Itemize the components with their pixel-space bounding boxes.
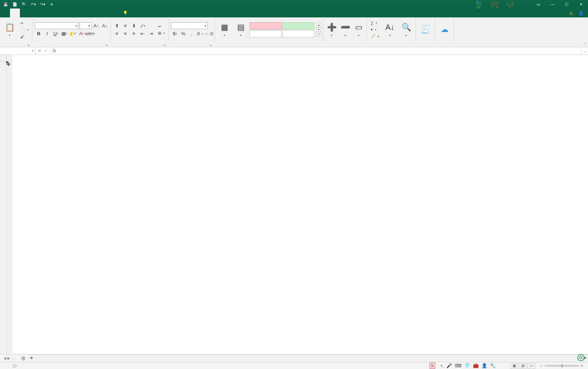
number-format-combo[interactable] xyxy=(171,22,208,29)
style-bad[interactable] xyxy=(250,22,282,29)
find-select-button[interactable]: 🔍 xyxy=(399,19,414,41)
invoice-check-button[interactable]: 🧾 xyxy=(418,19,433,41)
ime-skin-icon[interactable]: 👕 xyxy=(464,363,470,368)
undo-icon[interactable]: ↶▾ xyxy=(31,1,36,7)
italic-button[interactable]: I xyxy=(43,30,51,37)
cut-button[interactable]: ✂ xyxy=(18,20,31,26)
increase-indent-icon[interactable]: ⇥ xyxy=(147,30,155,37)
qat-more-icon[interactable]: ▾ xyxy=(49,1,55,7)
format-as-table-button[interactable]: ▤ xyxy=(233,19,248,41)
comma-format-icon[interactable]: , xyxy=(188,30,196,37)
name-box[interactable] xyxy=(0,47,36,54)
print-preview-icon[interactable]: 🔍 xyxy=(21,1,27,7)
fx-icon[interactable]: fx xyxy=(50,47,59,54)
minimize-icon[interactable]: — xyxy=(545,0,560,9)
launcher-font[interactable]: ↘ xyxy=(104,43,109,47)
underline-button[interactable]: U xyxy=(52,30,60,37)
formula-input[interactable] xyxy=(59,47,581,54)
row-headers[interactable] xyxy=(0,61,6,354)
add-sheet-button[interactable]: ⊕ xyxy=(18,354,28,362)
font-color-button[interactable]: A xyxy=(77,30,85,37)
tab-formulas[interactable] xyxy=(40,9,50,17)
conditional-format-button[interactable]: ▦ xyxy=(217,19,232,41)
tab-baidu[interactable] xyxy=(109,9,119,17)
tab-wps[interactable] xyxy=(99,9,109,17)
wrap-text-button[interactable]: ↩ xyxy=(156,23,167,29)
ime-voice-icon[interactable]: 🎤 xyxy=(446,363,452,368)
maximize-icon[interactable]: ☐ xyxy=(560,0,574,9)
tab-view[interactable] xyxy=(70,9,80,17)
orientation-icon[interactable]: ⤢ xyxy=(138,22,146,29)
zoom-control[interactable]: − + xyxy=(540,364,585,368)
fill-color-button[interactable]: ◧ xyxy=(69,30,77,37)
ime-keyboard-icon[interactable]: ⌨ xyxy=(455,363,462,368)
border-button[interactable]: ▦ xyxy=(60,30,68,37)
decrease-font-icon[interactable]: A↓ xyxy=(101,22,109,29)
decrease-decimal-icon[interactable]: ←.0 xyxy=(205,30,213,37)
style-good[interactable] xyxy=(282,22,314,29)
styles-scroll[interactable]: ▲▼▾ xyxy=(316,23,321,37)
launcher-clipboard[interactable]: ↘ xyxy=(26,43,31,47)
font-size-combo[interactable] xyxy=(80,22,92,29)
align-top-icon[interactable]: ⬆ xyxy=(113,22,121,29)
align-left-icon[interactable]: ≡ xyxy=(113,30,121,37)
tab-developer[interactable] xyxy=(80,9,89,17)
align-center-icon[interactable]: ≡ xyxy=(121,30,129,37)
ime-settings-icon[interactable]: 🔧 xyxy=(490,363,496,368)
bold-button[interactable]: B xyxy=(35,30,43,37)
ime-toolbar[interactable]: S •, 🎤 ⌨ 👕 🧰 👤 🔧 xyxy=(430,362,496,369)
ime-toolbox-icon[interactable]: 🧰 xyxy=(473,363,479,368)
autosum-button[interactable]: ∑ xyxy=(369,20,381,26)
cell-styles-gallery[interactable] xyxy=(250,22,314,37)
tab-review[interactable] xyxy=(60,9,70,17)
increase-decimal-icon[interactable]: .0→ xyxy=(196,30,204,37)
align-right-icon[interactable]: ≡ xyxy=(130,30,138,37)
percent-format-icon[interactable]: % xyxy=(179,30,187,37)
tab-insert[interactable] xyxy=(20,9,30,17)
font-family-combo[interactable] xyxy=(35,22,79,29)
sheet-nav-buttons[interactable]: ◀ ▶ … xyxy=(0,354,18,362)
style-thousand[interactable] xyxy=(250,30,282,37)
macro-record-icon[interactable]: ▢ xyxy=(13,363,16,368)
accounting-format-icon[interactable]: $ xyxy=(171,30,179,37)
ime-punct-icon[interactable]: •, xyxy=(441,363,443,368)
redo-icon[interactable]: ↷▾ xyxy=(40,1,45,7)
save-icon[interactable]: 💾 xyxy=(3,1,9,7)
align-bottom-icon[interactable]: ⬇ xyxy=(130,22,138,29)
view-mode-buttons[interactable]: ▦▤▭ xyxy=(510,363,535,369)
share-button[interactable]: 👤 xyxy=(578,11,584,16)
paste-button[interactable]: 📋 xyxy=(2,19,17,41)
phonetic-button[interactable]: wén xyxy=(86,30,94,37)
delete-cells-button[interactable]: ➖ xyxy=(339,19,351,41)
tab-data[interactable] xyxy=(50,9,60,17)
format-cells-button[interactable]: ▭ xyxy=(353,19,365,41)
format-painter-button[interactable]: 🖌 xyxy=(18,34,31,39)
confirm-edit-icon[interactable]: ✓ xyxy=(44,48,48,53)
launcher-number[interactable]: ↘ xyxy=(208,43,213,47)
ime-logo-icon[interactable]: S xyxy=(430,363,435,369)
align-middle-icon[interactable]: ≡ xyxy=(121,22,129,29)
close-icon[interactable]: ✕ xyxy=(574,0,588,9)
copy-button[interactable]: 📄 xyxy=(18,27,31,33)
vertical-scrollbar[interactable] xyxy=(6,61,12,354)
fill-button[interactable]: ▾ xyxy=(369,27,381,33)
horizontal-scrollbar[interactable]: ◀▶ xyxy=(28,355,588,360)
decrease-indent-icon[interactable]: ⇤ xyxy=(138,30,146,37)
increase-font-icon[interactable]: A↑ xyxy=(92,22,100,29)
cancel-edit-icon[interactable]: ✕ xyxy=(38,48,41,53)
tab-layout[interactable] xyxy=(30,9,40,17)
insert-cells-button[interactable]: ➕ xyxy=(326,19,338,41)
select-all-corner[interactable] xyxy=(0,55,6,61)
merge-center-button[interactable]: ⊞ xyxy=(156,30,167,36)
warning-icon[interactable]: ⚠ xyxy=(569,10,573,16)
tab-home[interactable] xyxy=(10,9,20,17)
mail-icon[interactable]: 📄 xyxy=(12,1,18,7)
tell-me-search[interactable]: 💡 xyxy=(123,9,129,17)
style-normal[interactable] xyxy=(282,30,314,37)
ime-account-icon[interactable]: 👤 xyxy=(481,363,487,368)
tab-file[interactable] xyxy=(0,9,10,17)
tab-pdf[interactable] xyxy=(89,9,99,17)
launcher-alignment[interactable]: ↘ xyxy=(162,43,167,47)
save-to-baidu-button[interactable]: ☁ xyxy=(437,19,452,41)
sort-filter-button[interactable]: A↓ xyxy=(382,19,397,41)
